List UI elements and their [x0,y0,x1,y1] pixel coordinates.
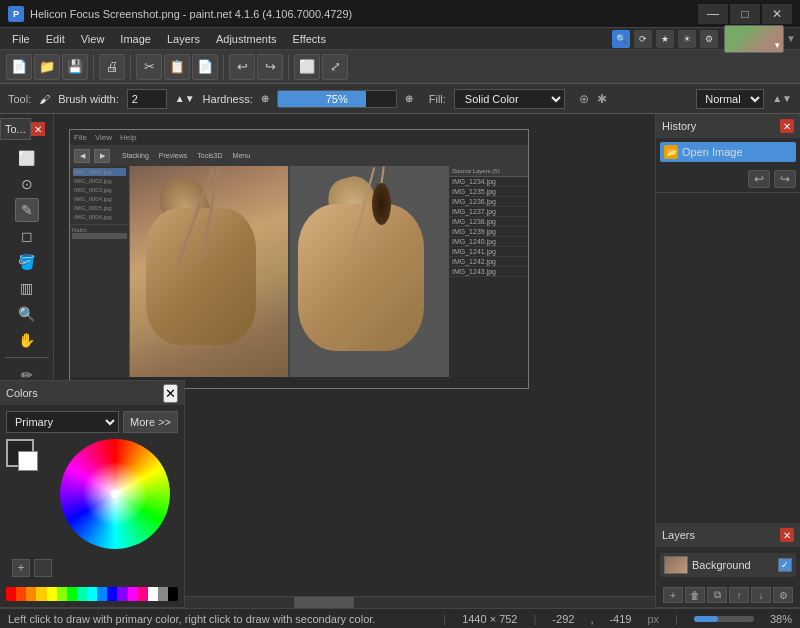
layer-settings-button[interactable]: ⚙ [773,587,793,603]
palette-red[interactable] [6,587,16,601]
resize-button[interactable]: ⤢ [322,54,348,80]
tool-panel-close-button[interactable]: ✕ [31,122,45,136]
close-button[interactable]: ✕ [762,4,792,24]
brush-width-input[interactable] [127,89,167,109]
history-panel: History ✕ 📂 Open Image ↩ ↪ [656,114,800,193]
inner-tab-menu: Menu [233,152,251,159]
palette-blue-light[interactable] [97,587,107,601]
color-mode-select[interactable]: Primary Secondary [6,411,119,433]
zoom-slider-fill [694,616,718,622]
palette-cyan-green[interactable] [77,587,87,601]
palette-cyan[interactable] [87,587,97,601]
tool-panel-label[interactable]: To... [0,118,31,140]
undo-button[interactable]: ↩ [229,54,255,80]
copy-button[interactable]: 📋 [164,54,190,80]
palette-yellow[interactable] [36,587,46,601]
history-redo-button[interactable]: ↪ [774,170,796,188]
add-color-button[interactable]: + [12,559,30,577]
history-undo-button[interactable]: ↩ [748,170,770,188]
history-panel-close-button[interactable]: ✕ [780,119,794,133]
inner-right-item-10: IMG_1243.jpg [449,267,528,277]
tool-label: Tool: [8,93,31,105]
tool-icon-1[interactable]: 🔍 [612,30,630,48]
paste-button[interactable]: 📄 [192,54,218,80]
colors-more-button[interactable]: More >> [123,411,178,433]
inner-right-header: Source Layers (5) [449,166,528,177]
layer-up-button[interactable]: ↑ [729,587,749,603]
primary-color-swatch[interactable] [6,439,34,467]
new-button[interactable]: 📄 [6,54,32,80]
inner-right-item-2: IMG_1235.jpg [449,187,528,197]
hardness-slider[interactable]: 75% [277,90,397,108]
rectangle-select-tool[interactable]: ⬜ [15,146,39,170]
hardness-expand[interactable]: ⊕ [405,93,413,104]
color-palette [6,587,178,601]
paintbrush-tool[interactable]: ✎ [15,198,39,222]
menu-adjustments[interactable]: Adjustments [208,28,285,50]
color-picker-tool[interactable]: 🔍 [15,302,39,326]
secondary-color-swatch[interactable] [18,451,38,471]
pan-tool[interactable]: ✋ [15,328,39,352]
lasso-tool[interactable]: ⊙ [15,172,39,196]
layer-delete-button[interactable]: 🗑 [685,587,705,603]
color-swatches-container [6,439,34,467]
h-scrollbar-thumb[interactable] [294,597,354,608]
layer-item-background[interactable]: Background ✓ [660,553,796,577]
palette-green[interactable] [67,587,77,601]
window-controls: — □ ✕ [698,4,792,24]
inner-main-area: IMG_0001.jpg IMG_0002.jpg IMG_0003.jpg I… [70,166,528,376]
palette-white[interactable] [148,587,158,601]
paint-bucket-tool[interactable]: 🪣 [15,250,39,274]
zoom-slider[interactable] [694,616,754,622]
palette-yellow-green[interactable] [57,587,67,601]
thumb-arrow[interactable]: ▼ [786,33,796,44]
tool-icon-5[interactable]: ⚙ [700,30,718,48]
tool-icon-2[interactable]: ⟳ [634,30,652,48]
menu-image[interactable]: Image [112,28,159,50]
minimize-button[interactable]: — [698,4,728,24]
colors-panel-close-button[interactable]: ✕ [163,384,178,403]
layers-actions: + 🗑 ⧉ ↑ ↓ ⚙ [656,583,800,607]
status-separator-2: | [534,613,537,625]
print-button[interactable]: 🖨 [99,54,125,80]
palette-orange-red[interactable] [16,587,26,601]
palette-pink[interactable] [138,587,148,601]
menu-view[interactable]: View [73,28,113,50]
palette-gray[interactable] [158,587,168,601]
layer-down-button[interactable]: ↓ [751,587,771,603]
open-button[interactable]: 📁 [34,54,60,80]
palette-black[interactable] [168,587,178,601]
menu-edit[interactable]: Edit [38,28,73,50]
redo-button[interactable]: ↪ [257,54,283,80]
color-wheel[interactable] [60,439,170,549]
layer-duplicate-button[interactable]: ⧉ [707,587,727,603]
gradient-tool[interactable]: ▥ [15,276,39,300]
opacity-arrows[interactable]: ▲▼ [772,93,792,104]
cut-button[interactable]: ✂ [136,54,162,80]
menu-file[interactable]: File [4,28,38,50]
fill-select[interactable]: Solid Color Linear Gradient Radial Gradi… [454,89,565,109]
blend-mode-select[interactable]: Normal Multiply Screen [696,89,764,109]
layer-visibility-checkbox[interactable]: ✓ [778,558,792,572]
palette-yellow-bright[interactable] [47,587,57,601]
layer-add-button[interactable]: + [663,587,683,603]
maximize-button[interactable]: □ [730,4,760,24]
palette-purple[interactable] [117,587,127,601]
save-button[interactable]: 💾 [62,54,88,80]
inner-tab-stacking: Stacking [122,152,149,159]
tool-icon-4[interactable]: ☀ [678,30,696,48]
brush-width-stepper[interactable]: ▲▼ [175,93,195,104]
menu-effects[interactable]: Effects [285,28,334,50]
palette-magenta[interactable] [128,587,138,601]
palette-blue[interactable] [107,587,117,601]
eraser-tool[interactable]: ◻ [15,224,39,248]
palette-orange[interactable] [26,587,36,601]
tool-icon-3[interactable]: ★ [656,30,674,48]
history-item-open-image[interactable]: 📂 Open Image [660,142,796,162]
crop-button[interactable]: ⬜ [294,54,320,80]
inner-right-photo [290,166,448,376]
inner-app: File View Help ◀ ▶ Stacking Previews Too… [70,130,528,388]
layers-panel-close-button[interactable]: ✕ [780,528,794,542]
menu-layers[interactable]: Layers [159,28,208,50]
toolbar-separator-4 [288,55,289,79]
